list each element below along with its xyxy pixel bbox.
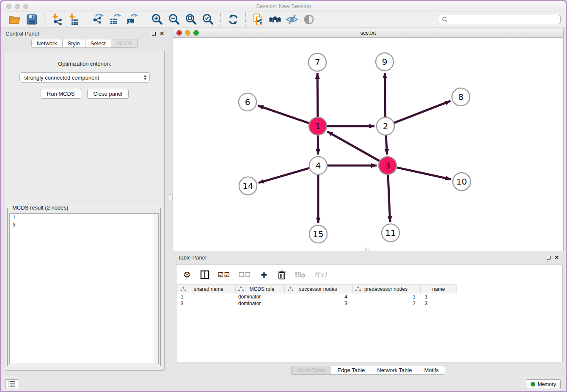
select-stepper-icon xyxy=(143,75,147,80)
tab-edge-table[interactable]: Edge Table xyxy=(331,366,371,375)
cell-name[interactable]: 1 xyxy=(421,293,457,300)
tab-select[interactable]: Select xyxy=(85,39,111,48)
task-history-button[interactable] xyxy=(6,379,18,389)
add-column-icon[interactable]: + xyxy=(259,270,269,280)
graph-node-3[interactable]: 3 xyxy=(379,157,396,174)
vertical-splitter-handle[interactable] xyxy=(169,194,173,200)
search-input[interactable] xyxy=(448,16,560,23)
graph-edge-2-9[interactable] xyxy=(385,73,385,117)
graph-node-9[interactable]: 9 xyxy=(376,53,394,71)
close-panel-icon[interactable]: × xyxy=(160,31,164,36)
graph-edge-3-10[interactable] xyxy=(396,168,451,179)
cell-predecessor-nodes[interactable]: 2 xyxy=(352,300,421,307)
svg-text:9: 9 xyxy=(382,57,388,67)
save-session-icon[interactable] xyxy=(25,12,39,27)
cell-mcds-role[interactable]: dominator xyxy=(236,293,285,300)
graph-node-2[interactable]: 2 xyxy=(377,117,394,135)
export-network-icon[interactable] xyxy=(91,12,106,27)
window-title: Session: New Session xyxy=(1,3,566,9)
graph-node-15[interactable]: 15 xyxy=(309,225,327,243)
graph-node-6[interactable]: 6 xyxy=(239,93,256,111)
hide-selected-icon[interactable] xyxy=(285,12,299,27)
cell-successor-nodes[interactable]: 4 xyxy=(285,293,352,300)
result-scrollbar[interactable] xyxy=(154,214,158,364)
close-table-panel-icon[interactable]: × xyxy=(555,255,559,259)
network-canvas[interactable]: 1234678910111415 xyxy=(173,38,563,251)
zoom-out-icon[interactable] xyxy=(167,12,182,27)
cell-mcds-role[interactable]: dominator xyxy=(236,300,285,307)
tab-motifs[interactable]: Motifs xyxy=(418,366,445,375)
svg-text:1: 1 xyxy=(315,121,321,131)
tab-network[interactable]: Network xyxy=(31,39,63,48)
import-table-icon[interactable] xyxy=(66,12,81,27)
select-all-checkboxes-icon[interactable]: ☑☑ xyxy=(218,270,230,280)
toolbar-separator xyxy=(220,13,221,26)
tab-mcds[interactable]: MCDS xyxy=(111,39,138,48)
search-field[interactable] xyxy=(439,15,561,24)
column-type-icon xyxy=(288,287,293,291)
graph-node-11[interactable]: 11 xyxy=(382,224,399,242)
float-table-panel-icon[interactable] xyxy=(547,256,550,259)
column-header-mcds-role[interactable]: MCDS role xyxy=(236,285,285,293)
column-header-predecessor-nodes[interactable]: predecessor nodes xyxy=(352,285,421,293)
import-network-icon[interactable] xyxy=(50,12,64,27)
table-row[interactable]: 1 dominator 4 1 1 xyxy=(176,293,562,300)
delete-columns-icon[interactable] xyxy=(277,270,286,280)
run-mcds-button[interactable]: Run MCDS xyxy=(41,89,81,99)
graph-edge-3-1[interactable] xyxy=(328,132,380,161)
graph-edge-2-8[interactable] xyxy=(394,101,451,123)
settings-gear-icon[interactable]: ⚙ xyxy=(182,270,192,280)
control-panel-tabs: Network Style Select MCDS xyxy=(1,39,168,48)
export-image-icon[interactable] xyxy=(125,12,140,27)
graph-node-4[interactable]: 4 xyxy=(309,157,327,174)
first-neighbors-icon[interactable] xyxy=(268,12,282,27)
column-type-icon xyxy=(181,287,186,291)
float-panel-icon[interactable] xyxy=(152,32,156,36)
tab-network-table[interactable]: Network Table xyxy=(371,366,418,375)
graph-edge-4-14[interactable] xyxy=(259,168,309,183)
column-header-name[interactable]: name xyxy=(421,285,457,293)
graph-edge-2-3[interactable] xyxy=(386,135,387,155)
horizontal-splitter-handle[interactable] xyxy=(365,248,370,251)
cell-name[interactable]: 3 xyxy=(421,300,457,307)
criterion-select[interactable]: strongly connected component xyxy=(19,72,150,83)
tab-style[interactable]: Style xyxy=(63,39,85,48)
table-header-row: shared name MCDS role successor nodes pr… xyxy=(176,284,457,293)
cell-successor-nodes[interactable]: 3 xyxy=(285,300,352,307)
tab-node-table[interactable]: Node Table xyxy=(291,366,332,375)
refresh-icon[interactable] xyxy=(226,12,240,27)
zoom-in-icon[interactable] xyxy=(150,12,165,27)
graph-edge-1-6[interactable] xyxy=(258,105,309,123)
zoom-fit-icon[interactable] xyxy=(184,12,198,27)
cell-predecessor-nodes[interactable]: 1 xyxy=(352,293,421,300)
graph-edge-1-7[interactable] xyxy=(317,73,318,117)
graph-node-7[interactable]: 7 xyxy=(308,53,326,71)
memory-button[interactable]: Memory xyxy=(526,379,561,389)
show-columns-icon[interactable] xyxy=(200,270,209,280)
cell-shared-name[interactable]: 1 xyxy=(176,293,236,300)
mcds-result-area[interactable]: 1 3 xyxy=(9,213,159,364)
svg-text:11: 11 xyxy=(385,228,396,238)
toolbar-separator xyxy=(86,13,86,26)
column-header-shared-name[interactable]: shared name xyxy=(176,285,236,293)
svg-text:10: 10 xyxy=(456,177,467,187)
column-header-successor-nodes[interactable]: successor nodes xyxy=(285,285,352,293)
graph-node-8[interactable]: 8 xyxy=(452,88,470,106)
cell-shared-name[interactable]: 3 xyxy=(176,300,236,307)
clone-network-icon[interactable] xyxy=(251,12,265,27)
graph-node-14[interactable]: 14 xyxy=(239,177,257,195)
deselect-all-checkboxes-icon[interactable]: ☐☐ xyxy=(239,270,251,280)
graph-edge-3-11[interactable] xyxy=(388,175,390,222)
graph-node-1[interactable]: 1 xyxy=(309,117,327,135)
network-view-title: scc.txt xyxy=(173,30,563,36)
zoom-selected-icon[interactable] xyxy=(201,12,215,27)
show-all-icon[interactable] xyxy=(302,12,316,27)
mcds-result-title: MCDS result (2 nodes) xyxy=(11,204,69,211)
open-session-icon[interactable] xyxy=(8,12,22,27)
close-panel-button[interactable]: Close panel xyxy=(87,89,129,99)
export-table-icon[interactable] xyxy=(108,12,123,27)
graph-node-10[interactable]: 10 xyxy=(453,173,471,190)
table-row[interactable]: 3 dominator 3 2 3 xyxy=(176,300,562,307)
network-view-titlebar[interactable]: × − + scc.txt xyxy=(173,28,563,38)
network-canvas-svg[interactable]: 1234678910111415 xyxy=(173,38,563,251)
